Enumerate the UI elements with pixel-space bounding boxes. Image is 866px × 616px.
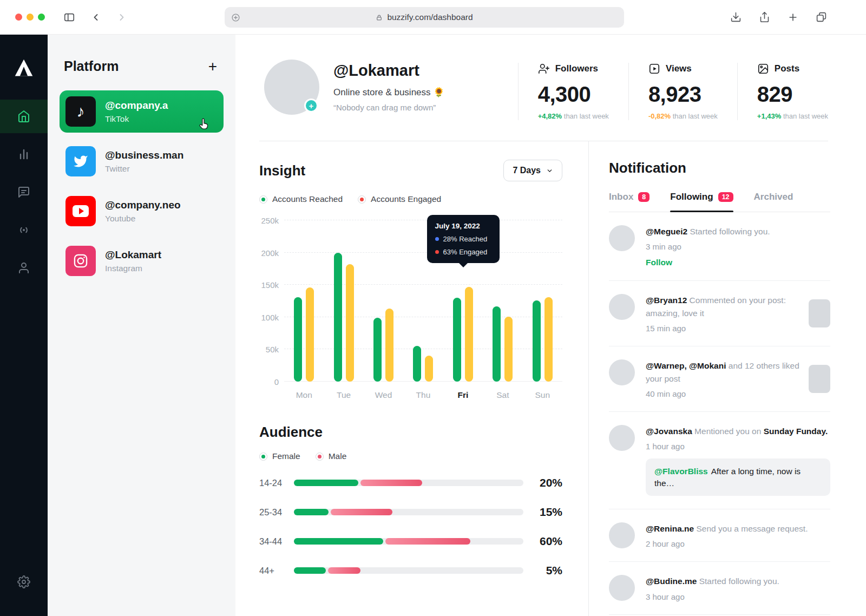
app-logo-icon[interactable] [0, 53, 48, 83]
nav-profile[interactable] [0, 251, 48, 285]
notification-list: @Meguei2 Started following you. 3 min ag… [609, 212, 830, 615]
audience-segment-female[interactable] [294, 480, 358, 486]
bar-accounts-reached-fri[interactable] [453, 298, 461, 382]
audience-segment-male[interactable] [331, 509, 392, 515]
tab-label: Following [670, 192, 713, 202]
date-range-dropdown[interactable]: 7 Days [503, 160, 562, 181]
legend-label: Accounts Reached [272, 194, 343, 204]
bar-accounts-reached-sun[interactable] [533, 300, 541, 382]
zoom-window-button[interactable] [38, 14, 45, 21]
y-axis-tick: 100k [259, 312, 279, 322]
notification-item[interactable]: @Meguei2 Started following you. 3 min ag… [609, 212, 830, 281]
hand-cursor-icon [196, 117, 211, 132]
new-tab-icon[interactable] [788, 12, 798, 23]
username[interactable]: @Renina.ne [646, 524, 694, 533]
bar-accounts-engaged-mon[interactable] [306, 287, 314, 382]
audience-segment-female[interactable] [294, 567, 326, 574]
nav-analytics[interactable] [0, 137, 48, 171]
notification-item[interactable]: @Warnep, @Mokani and 12 others liked you… [609, 346, 830, 412]
action-bold-text: Sunday Funday. [764, 427, 828, 436]
x-axis-label-tue: Tue [324, 390, 363, 400]
bar-accounts-engaged-sat[interactable] [504, 317, 513, 382]
mention-link[interactable]: @FlavorBliss [654, 467, 708, 476]
bar-accounts-reached-wed[interactable] [373, 318, 382, 382]
nav-settings[interactable] [0, 568, 48, 595]
page-settings-icon[interactable] [231, 13, 240, 22]
bar-accounts-engaged-sun[interactable] [544, 297, 553, 382]
bar-accounts-reached-mon[interactable] [294, 297, 302, 382]
add-story-icon[interactable]: + [304, 99, 318, 113]
account-item-tiktok[interactable]: ♪ @company.a TikTok [60, 90, 224, 133]
stat-delta: +4,82% [538, 112, 562, 120]
audience-segment-female[interactable] [294, 509, 329, 515]
bar-accounts-engaged-thu[interactable] [425, 356, 433, 382]
bar-accounts-reached-thu[interactable] [413, 346, 421, 382]
bar-accounts-engaged-wed[interactable] [385, 309, 393, 382]
audience-percentage: 60% [523, 535, 562, 548]
user-icon [17, 261, 30, 274]
username[interactable]: @Bryan12 [646, 296, 687, 305]
avatar [609, 522, 635, 548]
notification-item[interactable]: @Bryan12 Commented on your post: amazing… [609, 281, 830, 346]
audience-segment-male[interactable] [328, 567, 360, 574]
account-item-youtube[interactable]: @company.neo Youtube [60, 190, 224, 232]
account-item-instagram[interactable]: @Lokamart Instagram [60, 240, 224, 282]
account-item-twitter[interactable]: @business.man Twitter [60, 140, 224, 182]
audience-bar-track [294, 538, 523, 545]
instagram-icon [65, 246, 96, 276]
chart-tooltip: July 19, 2022 28% Reached 63% Engaged [427, 215, 500, 263]
close-window-button[interactable] [15, 14, 22, 21]
notification-tabs: Inbox 8 Following 12 Archived [609, 192, 830, 212]
minimize-window-button[interactable] [27, 14, 34, 21]
stat-label: Posts [775, 63, 799, 74]
audience-row-25-34: 25-3415% [259, 506, 562, 519]
nav-messages[interactable] [0, 175, 48, 209]
notification-item[interactable]: @Jovanska Mentioned you on Sunday Funday… [609, 412, 830, 509]
bar-accounts-reached-sat[interactable] [493, 306, 501, 382]
home-icon [17, 110, 30, 123]
date-range-value: 7 Days [513, 166, 541, 175]
tab-overview-icon[interactable] [816, 11, 827, 23]
post-thumbnail[interactable] [809, 299, 830, 327]
audience-segment-female[interactable] [294, 538, 383, 545]
address-bar[interactable]: buzzify.com/dashboard [225, 7, 624, 28]
bar-accounts-engaged-fri[interactable] [465, 287, 473, 382]
y-axis-tick: 50k [259, 345, 279, 354]
bar-accounts-engaged-tue[interactable] [346, 264, 354, 382]
legend-label: Female [272, 451, 300, 461]
notification-item[interactable]: @Renina.ne Send you a message request. 2… [609, 509, 830, 562]
back-icon[interactable] [90, 12, 101, 23]
add-account-button[interactable]: + [206, 59, 219, 74]
posts-icon [757, 63, 769, 75]
legend-label: Accounts Engaged [371, 194, 441, 204]
follow-link[interactable]: Follow [646, 258, 830, 267]
audience-age-label: 25-34 [259, 507, 294, 517]
account-handle: @company.neo [105, 199, 181, 211]
username[interactable]: @Jovanska [646, 427, 692, 436]
avatar [609, 425, 635, 451]
audience-percentage: 15% [523, 506, 562, 519]
username[interactable]: @Meguei2 [646, 227, 687, 236]
stat-followers: Followers 4,300 +4,82% than last week [518, 63, 609, 120]
username[interactable]: @Warnep, @Mokani [646, 361, 726, 370]
bar-accounts-reached-tue[interactable] [334, 253, 342, 382]
audience-segment-male[interactable] [385, 538, 470, 545]
forward-icon[interactable] [116, 12, 127, 23]
quoted-reply[interactable]: @FlavorBlissAfter a long time, now is th… [646, 458, 830, 496]
platform-panel: Platform + ♪ @company.a TikTok @busine [48, 35, 235, 616]
audience-segment-male[interactable] [360, 480, 422, 486]
share-icon[interactable] [759, 11, 770, 23]
avatar[interactable]: + [264, 60, 319, 115]
post-thumbnail[interactable] [809, 365, 830, 393]
tab-inbox[interactable]: Inbox 8 [609, 192, 650, 212]
browser-toolbar: buzzify.com/dashboard [0, 0, 866, 35]
notification-item[interactable]: @Budine.me Started following you. 3 hour… [609, 562, 830, 614]
downloads-icon[interactable] [730, 11, 742, 23]
username[interactable]: @Budine.me [646, 576, 697, 586]
account-handle: @business.man [105, 149, 183, 161]
toggle-sidebar-icon[interactable] [63, 11, 75, 23]
tab-archived[interactable]: Archived [754, 192, 793, 212]
tab-following[interactable]: Following 12 [670, 192, 733, 212]
nav-broadcast[interactable] [0, 213, 48, 247]
nav-home[interactable] [0, 100, 48, 133]
